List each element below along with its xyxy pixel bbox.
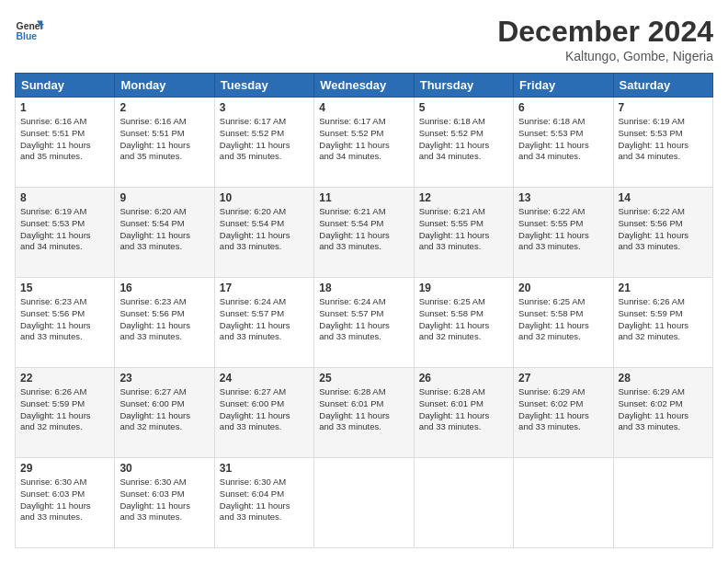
day-number: 8: [20, 191, 109, 204]
day-number: 10: [220, 191, 309, 204]
header-row: Sunday Monday Tuesday Wednesday Thursday…: [16, 74, 713, 98]
table-row: 17Sunrise: 6:24 AMSunset: 5:57 PMDayligh…: [214, 278, 313, 368]
day-number: 29: [20, 462, 109, 475]
table-row: 2Sunrise: 6:16 AMSunset: 5:51 PMDaylight…: [115, 98, 214, 188]
day-number: 6: [518, 101, 608, 114]
day-info: Sunrise: 6:28 AMSunset: 6:01 PMDaylight:…: [319, 386, 390, 431]
day-number: 21: [619, 282, 708, 294]
day-info: Sunrise: 6:22 AMSunset: 5:56 PMDaylight:…: [619, 206, 689, 251]
location: Kaltungo, Gombe, Nigeria: [497, 49, 713, 63]
col-tuesday: Tuesday: [214, 74, 313, 98]
col-friday: Friday: [514, 74, 613, 98]
table-row: 22Sunrise: 6:26 AMSunset: 5:59 PMDayligh…: [16, 368, 115, 458]
day-info: Sunrise: 6:20 AMSunset: 5:54 PMDaylight:…: [220, 206, 290, 251]
day-number: 30: [119, 462, 209, 475]
day-number: 7: [619, 101, 708, 114]
day-info: Sunrise: 6:23 AMSunset: 5:56 PMDaylight:…: [119, 296, 190, 341]
table-row: [613, 458, 712, 548]
table-row: 25Sunrise: 6:28 AMSunset: 6:01 PMDayligh…: [314, 368, 414, 458]
day-info: Sunrise: 6:30 AMSunset: 6:03 PMDaylight:…: [119, 477, 190, 522]
table-row: 1Sunrise: 6:16 AMSunset: 5:51 PMDaylight…: [16, 98, 115, 188]
logo-icon: General Blue: [15, 15, 44, 44]
col-thursday: Thursday: [414, 74, 513, 98]
day-number: 20: [518, 282, 608, 294]
day-number: 5: [419, 101, 508, 114]
col-sunday: Sunday: [16, 74, 115, 98]
day-number: 28: [619, 372, 708, 385]
table-row: 3Sunrise: 6:17 AMSunset: 5:52 PMDaylight…: [214, 98, 313, 188]
day-number: 31: [220, 462, 309, 475]
day-info: Sunrise: 6:16 AMSunset: 5:51 PMDaylight:…: [119, 116, 190, 161]
table-row: [514, 458, 613, 548]
table-row: 4Sunrise: 6:17 AMSunset: 5:52 PMDaylight…: [314, 98, 414, 188]
table-row: 27Sunrise: 6:29 AMSunset: 6:02 PMDayligh…: [514, 368, 613, 458]
day-info: Sunrise: 6:17 AMSunset: 5:52 PMDaylight:…: [220, 116, 290, 161]
table-row: [314, 458, 414, 548]
day-number: 13: [518, 191, 608, 204]
day-number: 3: [220, 101, 309, 114]
table-row: 11Sunrise: 6:21 AMSunset: 5:54 PMDayligh…: [314, 188, 414, 278]
day-number: 26: [419, 372, 508, 385]
day-info: Sunrise: 6:22 AMSunset: 5:55 PMDaylight:…: [518, 206, 589, 251]
header: General Blue December 2024 Kaltungo, Gom…: [15, 15, 713, 63]
table-row: 29Sunrise: 6:30 AMSunset: 6:03 PMDayligh…: [16, 458, 115, 548]
day-info: Sunrise: 6:16 AMSunset: 5:51 PMDaylight:…: [20, 116, 91, 161]
day-number: 25: [319, 372, 408, 385]
calendar-table: Sunday Monday Tuesday Wednesday Thursday…: [15, 73, 713, 548]
day-info: Sunrise: 6:29 AMSunset: 6:02 PMDaylight:…: [518, 386, 589, 431]
month-title: December 2024: [497, 15, 713, 49]
day-info: Sunrise: 6:30 AMSunset: 6:03 PMDaylight:…: [20, 477, 91, 522]
day-info: Sunrise: 6:19 AMSunset: 5:53 PMDaylight:…: [619, 116, 689, 161]
table-row: 14Sunrise: 6:22 AMSunset: 5:56 PMDayligh…: [613, 188, 712, 278]
calendar-page: General Blue December 2024 Kaltungo, Gom…: [0, 0, 728, 563]
table-row: 15Sunrise: 6:23 AMSunset: 5:56 PMDayligh…: [16, 278, 115, 368]
day-info: Sunrise: 6:24 AMSunset: 5:57 PMDaylight:…: [319, 296, 390, 341]
table-row: 19Sunrise: 6:25 AMSunset: 5:58 PMDayligh…: [414, 278, 513, 368]
col-saturday: Saturday: [613, 74, 712, 98]
day-number: 14: [619, 191, 708, 204]
day-info: Sunrise: 6:26 AMSunset: 5:59 PMDaylight:…: [20, 386, 91, 431]
day-number: 2: [119, 101, 209, 114]
day-info: Sunrise: 6:30 AMSunset: 6:04 PMDaylight:…: [220, 477, 290, 522]
day-info: Sunrise: 6:23 AMSunset: 5:56 PMDaylight:…: [20, 296, 91, 341]
day-info: Sunrise: 6:25 AMSunset: 5:58 PMDaylight:…: [419, 296, 490, 341]
day-number: 12: [419, 191, 508, 204]
day-number: 18: [319, 282, 408, 294]
day-info: Sunrise: 6:20 AMSunset: 5:54 PMDaylight:…: [119, 206, 190, 251]
title-area: December 2024 Kaltungo, Gombe, Nigeria: [497, 15, 713, 63]
table-row: 16Sunrise: 6:23 AMSunset: 5:56 PMDayligh…: [115, 278, 214, 368]
day-number: 17: [220, 282, 309, 294]
table-row: 12Sunrise: 6:21 AMSunset: 5:55 PMDayligh…: [414, 188, 513, 278]
day-info: Sunrise: 6:24 AMSunset: 5:57 PMDaylight:…: [220, 296, 290, 341]
day-info: Sunrise: 6:21 AMSunset: 5:55 PMDaylight:…: [419, 206, 490, 251]
table-row: 10Sunrise: 6:20 AMSunset: 5:54 PMDayligh…: [214, 188, 313, 278]
day-info: Sunrise: 6:17 AMSunset: 5:52 PMDaylight:…: [319, 116, 390, 161]
table-row: 21Sunrise: 6:26 AMSunset: 5:59 PMDayligh…: [613, 278, 712, 368]
day-info: Sunrise: 6:27 AMSunset: 6:00 PMDaylight:…: [119, 386, 190, 431]
col-wednesday: Wednesday: [314, 74, 414, 98]
table-row: 30Sunrise: 6:30 AMSunset: 6:03 PMDayligh…: [115, 458, 214, 548]
table-row: 7Sunrise: 6:19 AMSunset: 5:53 PMDaylight…: [613, 98, 712, 188]
day-number: 9: [119, 191, 209, 204]
table-row: 8Sunrise: 6:19 AMSunset: 5:53 PMDaylight…: [16, 188, 115, 278]
table-row: 5Sunrise: 6:18 AMSunset: 5:52 PMDaylight…: [414, 98, 513, 188]
day-info: Sunrise: 6:18 AMSunset: 5:52 PMDaylight:…: [419, 116, 490, 161]
day-number: 16: [119, 282, 209, 294]
day-number: 27: [518, 372, 608, 385]
day-number: 4: [319, 101, 408, 114]
day-number: 23: [119, 372, 209, 385]
table-row: 18Sunrise: 6:24 AMSunset: 5:57 PMDayligh…: [314, 278, 414, 368]
table-row: 6Sunrise: 6:18 AMSunset: 5:53 PMDaylight…: [514, 98, 613, 188]
table-row: [414, 458, 513, 548]
day-info: Sunrise: 6:18 AMSunset: 5:53 PMDaylight:…: [518, 116, 589, 161]
col-monday: Monday: [115, 74, 214, 98]
day-info: Sunrise: 6:27 AMSunset: 6:00 PMDaylight:…: [220, 386, 290, 431]
table-row: 23Sunrise: 6:27 AMSunset: 6:00 PMDayligh…: [115, 368, 214, 458]
day-number: 11: [319, 191, 408, 204]
svg-text:Blue: Blue: [17, 31, 38, 41]
table-row: 13Sunrise: 6:22 AMSunset: 5:55 PMDayligh…: [514, 188, 613, 278]
day-number: 22: [20, 372, 109, 385]
day-info: Sunrise: 6:26 AMSunset: 5:59 PMDaylight:…: [619, 296, 689, 341]
day-info: Sunrise: 6:21 AMSunset: 5:54 PMDaylight:…: [319, 206, 390, 251]
day-info: Sunrise: 6:29 AMSunset: 6:02 PMDaylight:…: [619, 386, 689, 431]
